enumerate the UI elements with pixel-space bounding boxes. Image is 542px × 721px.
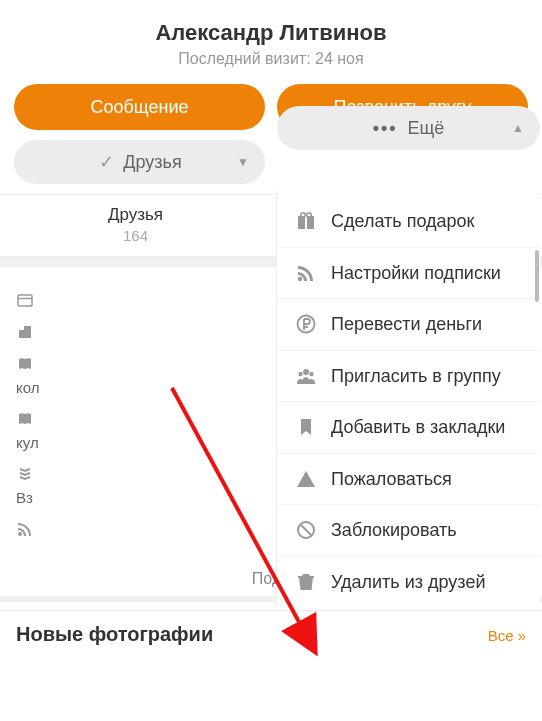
menu-item-rss[interactable]: Настройки подписки: [277, 247, 540, 299]
group-icon: [295, 365, 317, 387]
menu-item-label: Добавить в закладки: [331, 416, 522, 439]
view-all-link[interactable]: Все »: [488, 627, 526, 644]
tab-friends-label: Друзья: [0, 205, 271, 225]
profile-name: Александр Литвинов: [0, 20, 542, 46]
more-button-label: Ещё: [408, 118, 445, 139]
tab-friends-count: 164: [0, 227, 271, 244]
menu-item-gift[interactable]: Сделать подарок: [277, 196, 540, 247]
friends-pill[interactable]: ✓ Друзья ▼: [14, 140, 265, 184]
trash-icon: [295, 571, 317, 593]
check-icon: ✓: [97, 153, 115, 171]
bookmark-icon: [295, 416, 317, 438]
svg-rect-0: [18, 295, 32, 306]
menu-item-bookmark[interactable]: Добавить в закладки: [277, 401, 540, 453]
menu-item-label: Перевести деньги: [331, 313, 522, 336]
more-menu-dropdown: ••• Ещё ▲ Сделать подарокНастройки подпи…: [276, 190, 540, 607]
svg-point-7: [307, 213, 312, 218]
chevron-down-icon: ▼: [237, 155, 249, 169]
svg-point-8: [298, 277, 302, 281]
message-button[interactable]: Сообщение: [14, 84, 265, 130]
menu-item-ruble[interactable]: Перевести деньги: [277, 298, 540, 350]
svg-point-11: [298, 372, 302, 376]
scrollbar-thumb[interactable]: [535, 250, 539, 302]
rss-icon: [16, 520, 34, 538]
book-icon: [16, 410, 34, 428]
menu-item-label: Пригласить в группу: [331, 365, 522, 388]
calendar-icon: [16, 291, 34, 309]
block-icon: [295, 519, 317, 541]
home-icon: [16, 323, 34, 341]
svg-point-6: [301, 213, 306, 218]
menu-item-block[interactable]: Заблокировать: [277, 504, 540, 556]
section-title-photos: Новые фотографии: [16, 623, 213, 646]
friends-pill-label: Друзья: [123, 152, 181, 173]
chevrons-icon: [16, 465, 34, 483]
dots-icon: •••: [373, 118, 398, 139]
menu-item-label: Заблокировать: [331, 519, 522, 542]
svg-line-14: [301, 525, 312, 536]
warn-icon: [295, 468, 317, 490]
chevron-up-icon: ▲: [512, 121, 524, 135]
ruble-icon: [295, 313, 317, 335]
svg-point-2: [18, 532, 22, 536]
more-button-open[interactable]: ••• Ещё ▲: [277, 106, 540, 150]
tab-friends[interactable]: Друзья 164: [0, 195, 271, 256]
svg-rect-5: [305, 216, 307, 229]
svg-point-10: [303, 369, 309, 375]
menu-item-label: Пожаловаться: [331, 468, 522, 491]
menu-item-label: Сделать подарок: [331, 210, 522, 233]
book-icon: [16, 355, 34, 373]
gift-icon: [295, 210, 317, 232]
menu-item-group[interactable]: Пригласить в группу: [277, 350, 540, 402]
menu-item-label: Удалить из друзей: [331, 571, 522, 594]
rss-icon: [295, 262, 317, 284]
menu-item-label: Настройки подписки: [331, 262, 522, 285]
menu-item-trash[interactable]: Удалить из друзей: [277, 556, 540, 608]
menu-item-warn[interactable]: Пожаловаться: [277, 453, 540, 505]
last-visit: Последний визит: 24 ноя: [0, 50, 542, 68]
svg-point-12: [309, 372, 313, 376]
